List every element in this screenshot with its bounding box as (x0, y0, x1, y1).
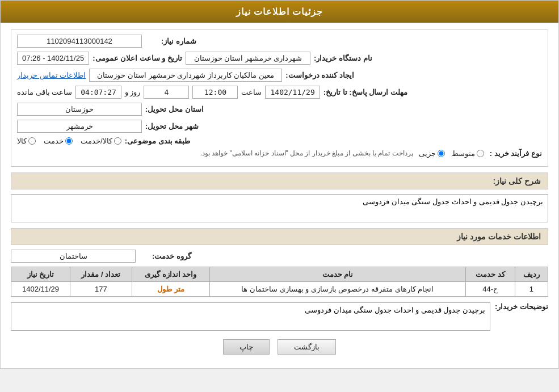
category-radio-kala-khedmat[interactable]: کالا/خدمت (81, 137, 121, 145)
buyer-org-label: نام دستگاه خریدار: (314, 54, 372, 62)
purchase-type-motevaset-input[interactable] (477, 150, 484, 157)
need-description-textarea[interactable]: برچیدن جدول قدیمی و احداث جدول سنگی میدا… (11, 194, 548, 222)
service-info-title-text: اطلاعات خدمات مورد نیاز (457, 232, 541, 241)
cell-service-code: ح-44 (465, 282, 515, 297)
city-value: خرمشهر (17, 120, 142, 133)
category-radio-kala[interactable]: کالا (17, 137, 36, 145)
purchase-type-jozi-input[interactable] (438, 150, 445, 157)
page-wrapper: جزئیات اطلاعات نیاز شماره نیاز: 11020941… (0, 0, 559, 369)
page-title: جزئیات اطلاعات نیاز (236, 7, 323, 16)
cell-unit: متر طول (132, 282, 209, 297)
response-days-label: روز و (125, 88, 141, 96)
form-section-top: شماره نیاز: 1102094113000142 نام دستگاه … (11, 29, 548, 167)
announcement-datetime-value: 1402/11/25 - 07:26 (17, 52, 89, 65)
response-days-value: 4 (144, 86, 189, 99)
purchase-type-jozi-label: جزیی (419, 149, 436, 158)
need-description-section: برچیدن جدول قدیمی و احداث جدول سنگی میدا… (11, 194, 548, 222)
purchase-type-motevaset-label: متوسط (452, 149, 475, 158)
category-radio-kala-khedmat-label: کالا/خدمت (81, 137, 112, 145)
response-time-value: 12:00 (192, 86, 238, 99)
purchase-type-label: نوع فرآیند خرید : (490, 149, 542, 158)
buyer-desc-label: توضیحات خریدار: (495, 302, 548, 311)
col-service-name: نام حدمت (209, 267, 465, 282)
buyer-desc-row: توضیحات خریدار: برچیدن جدول قدیمی و احدا… (11, 302, 548, 332)
service-info-section-title: اطلاعات خدمات مورد نیاز (11, 228, 548, 245)
purchase-type-motevaset[interactable]: متوسط (452, 149, 484, 158)
response-remaining-label: ساعت باقی مانده (17, 88, 72, 96)
cell-service-name: انجام کارهای متفرقه درخصوص بازسازی و بهس… (209, 282, 465, 297)
province-label: استان محل تحویل: (145, 105, 204, 113)
category-radio-khedmat-label: خدمت (44, 137, 64, 145)
page-header: جزئیات اطلاعات نیاز (1, 1, 558, 23)
city-row: شهر محل تحویل: خرمشهر (17, 120, 542, 133)
buyer-desc-textarea[interactable]: برچیدن جدول قدیمی و احداث جدول سنگی میدا… (11, 302, 490, 331)
purchase-type-row: نوع فرآیند خرید : متوسط جزیی پرداخت تمام… (17, 149, 542, 158)
table-header-row: ردیف کد حدمت نام حدمت واحد اندازه گیری ت… (11, 267, 548, 282)
response-date-value: 1402/11/29 (265, 86, 320, 99)
group-row: گروه خدمت: ساختمان (11, 250, 548, 263)
response-time-label: ساعت (241, 88, 262, 96)
category-radio-khedmat-input[interactable] (65, 137, 73, 145)
category-radio-group: کالا/خدمت خدمت کالا (17, 137, 121, 145)
category-radio-kala-label: کالا (17, 137, 27, 145)
footer-row: بازگشت چاپ (11, 332, 548, 361)
need-number-label: شماره نیاز: (145, 37, 196, 45)
buyer-desc-wrapper: برچیدن جدول قدیمی و احداث جدول سنگی میدا… (11, 302, 490, 332)
col-quantity: تعداد / مقدار (70, 267, 132, 282)
category-radio-kala-input[interactable] (28, 137, 36, 145)
response-deadline-label: مهلت ارسال پاسخ: تا تاریخ: (323, 88, 407, 96)
need-number-value: 1102094113000142 (17, 35, 142, 48)
print-button[interactable]: چاپ (223, 339, 270, 355)
service-table: ردیف کد حدمت نام حدمت واحد اندازه گیری ت… (11, 267, 548, 297)
requester-row: ایجاد کننده درخواست: معین مالکیان کاربرد… (17, 69, 542, 82)
group-label: گروه خدمت: (140, 252, 191, 260)
content-area: شماره نیاز: 1102094113000142 نام دستگاه … (1, 23, 558, 368)
cell-rownum: 1 (515, 282, 548, 297)
col-date: تاریخ نیاز (11, 267, 70, 282)
need-number-row: شماره نیاز: 1102094113000142 (17, 35, 542, 48)
buyer-org-value: شهرداری خرمشهر استان خوزستان (186, 52, 310, 65)
province-value: خوزستان (17, 103, 142, 116)
category-row: طبقه بندی موضوعی: کالا/خدمت خدمت کالا (17, 137, 542, 145)
purchase-type-jozi[interactable]: جزیی (419, 149, 445, 158)
category-label: طبقه بندی موضوعی: (125, 137, 191, 145)
back-button[interactable]: بازگشت (278, 339, 336, 355)
city-label: شهر محل تحویل: (145, 122, 199, 130)
response-remaining-value: 04:07:27 (75, 86, 121, 99)
need-description-wrapper: برچیدن جدول قدیمی و احداث جدول سنگی میدا… (11, 194, 548, 222)
need-description-label: شرح کلی نیاز: (493, 176, 541, 186)
need-description-section-title: شرح کلی نیاز: (11, 172, 548, 189)
cell-quantity: 177 (70, 282, 132, 297)
province-row: استان محل تحویل: خوزستان (17, 103, 542, 116)
contact-link[interactable]: اطلاعات تماس خریدار (17, 71, 86, 79)
group-value: ساختمان (11, 250, 136, 263)
category-radio-kala-khedmat-input[interactable] (114, 137, 121, 145)
purchase-type-radios: متوسط جزیی (419, 149, 484, 158)
requester-value: معین مالکیان کاربرداز شهرداری خرمشهر است… (89, 69, 282, 82)
service-table-section: ردیف کد حدمت نام حدمت واحد اندازه گیری ت… (11, 267, 548, 297)
announcement-datetime-label: تاریخ و ساعت اعلان عمومی: (93, 54, 182, 62)
purchase-note: پرداخت تمام یا بخشی از مبلغ خریدار از مح… (17, 149, 413, 157)
category-radio-khedmat[interactable]: خدمت (44, 137, 73, 145)
deadline-row: مهلت ارسال پاسخ: تا تاریخ: 1402/11/29 سا… (17, 86, 542, 99)
table-row: 1 ح-44 انجام کارهای متفرقه درخصوص بازساز… (11, 282, 548, 297)
col-service-code: کد حدمت (465, 267, 515, 282)
requester-label: ایجاد کننده درخواست: (285, 71, 354, 79)
announcement-row: نام دستگاه خریدار: شهرداری خرمشهر استان … (17, 52, 542, 65)
cell-date: 1402/11/29 (11, 282, 70, 297)
col-unit: واحد اندازه گیری (132, 267, 209, 282)
col-rownum: ردیف (515, 267, 548, 282)
